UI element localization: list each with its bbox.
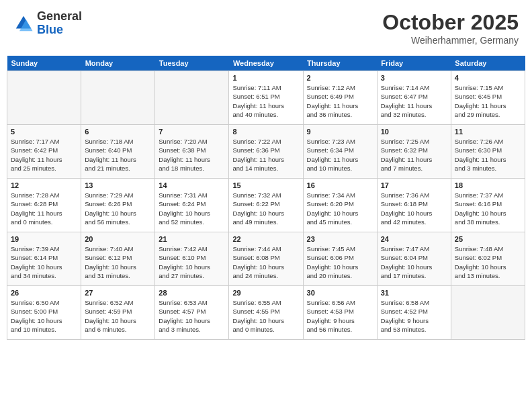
calendar-day-15: 15Sunrise: 7:32 AM Sunset: 6:22 PM Dayli… — [229, 179, 303, 232]
day-number: 2 — [307, 74, 373, 82]
day-number: 14 — [159, 181, 225, 189]
day-number: 18 — [455, 181, 521, 189]
weekday-header-monday: Monday — [81, 56, 155, 71]
day-number: 23 — [307, 235, 373, 243]
weekday-header-friday: Friday — [377, 56, 451, 71]
calendar-day-11: 11Sunrise: 7:26 AM Sunset: 6:30 PM Dayli… — [451, 125, 525, 179]
calendar-day-1: 1Sunrise: 7:11 AM Sunset: 6:51 PM Daylig… — [229, 71, 303, 125]
day-info: Sunrise: 7:39 AM Sunset: 6:14 PM Dayligh… — [11, 244, 77, 280]
calendar-day-9: 9Sunrise: 7:23 AM Sunset: 6:34 PM Daylig… — [303, 125, 377, 179]
month-title: October 2025 — [382, 10, 519, 35]
day-number: 1 — [232, 74, 299, 82]
day-info: Sunrise: 7:26 AM Sunset: 6:30 PM Dayligh… — [455, 137, 521, 173]
weekday-header-tuesday: Tuesday — [155, 56, 229, 71]
calendar-day-6: 6Sunrise: 7:18 AM Sunset: 6:40 PM Daylig… — [81, 125, 155, 179]
calendar-day-2: 2Sunrise: 7:12 AM Sunset: 6:49 PM Daylig… — [303, 71, 377, 125]
day-number: 25 — [455, 235, 521, 243]
calendar-week-5: 26Sunrise: 6:50 AM Sunset: 5:00 PM Dayli… — [7, 286, 525, 340]
calendar-day-18: 18Sunrise: 7:37 AM Sunset: 6:16 PM Dayli… — [451, 179, 525, 232]
day-number: 31 — [381, 289, 447, 297]
day-info: Sunrise: 7:32 AM Sunset: 6:22 PM Dayligh… — [232, 191, 299, 226]
day-info: Sunrise: 7:36 AM Sunset: 6:18 PM Dayligh… — [381, 191, 447, 226]
day-info: Sunrise: 7:20 AM Sunset: 6:38 PM Dayligh… — [159, 137, 225, 173]
day-number: 6 — [85, 128, 151, 136]
day-info: Sunrise: 7:29 AM Sunset: 6:26 PM Dayligh… — [85, 191, 151, 226]
day-number: 20 — [85, 235, 151, 243]
calendar-day-21: 21Sunrise: 7:42 AM Sunset: 6:10 PM Dayli… — [155, 232, 229, 286]
weekday-header-row: SundayMondayTuesdayWednesdayThursdayFrid… — [7, 56, 525, 71]
day-info: Sunrise: 7:23 AM Sunset: 6:34 PM Dayligh… — [307, 137, 373, 173]
calendar-day-7: 7Sunrise: 7:20 AM Sunset: 6:38 PM Daylig… — [155, 125, 229, 179]
weekday-header-sunday: Sunday — [7, 56, 81, 71]
day-number: 15 — [232, 181, 299, 189]
day-info: Sunrise: 6:50 AM Sunset: 5:00 PM Dayligh… — [11, 298, 77, 334]
empty-cell — [155, 71, 229, 125]
day-info: Sunrise: 7:37 AM Sunset: 6:16 PM Dayligh… — [455, 191, 521, 226]
day-info: Sunrise: 7:18 AM Sunset: 6:40 PM Dayligh… — [85, 137, 151, 173]
page-header: General Blue October 2025 Weiherhammer, … — [7, 7, 525, 49]
day-info: Sunrise: 7:31 AM Sunset: 6:24 PM Dayligh… — [159, 191, 225, 226]
calendar-day-14: 14Sunrise: 7:31 AM Sunset: 6:24 PM Dayli… — [155, 179, 229, 232]
day-number: 16 — [307, 181, 373, 189]
day-info: Sunrise: 7:45 AM Sunset: 6:06 PM Dayligh… — [307, 244, 373, 280]
calendar-day-13: 13Sunrise: 7:29 AM Sunset: 6:26 PM Dayli… — [81, 179, 155, 232]
day-info: Sunrise: 7:48 AM Sunset: 6:02 PM Dayligh… — [455, 244, 521, 280]
day-info: Sunrise: 7:17 AM Sunset: 6:42 PM Dayligh… — [11, 137, 77, 173]
day-number: 29 — [232, 289, 299, 297]
calendar-day-8: 8Sunrise: 7:22 AM Sunset: 6:36 PM Daylig… — [229, 125, 303, 179]
location: Weiherhammer, Germany — [382, 35, 519, 46]
calendar-day-20: 20Sunrise: 7:40 AM Sunset: 6:12 PM Dayli… — [81, 232, 155, 286]
logo-text: General Blue — [37, 10, 82, 37]
weekday-header-thursday: Thursday — [303, 56, 377, 71]
title-block: October 2025 Weiherhammer, Germany — [382, 10, 519, 46]
day-number: 12 — [11, 181, 77, 189]
day-number: 5 — [11, 128, 77, 136]
empty-cell — [7, 71, 81, 125]
weekday-header-wednesday: Wednesday — [229, 56, 303, 71]
empty-cell — [451, 286, 525, 340]
calendar-day-4: 4Sunrise: 7:15 AM Sunset: 6:45 PM Daylig… — [451, 71, 525, 125]
calendar-day-10: 10Sunrise: 7:25 AM Sunset: 6:32 PM Dayli… — [377, 125, 451, 179]
day-number: 4 — [455, 74, 521, 82]
day-info: Sunrise: 6:58 AM Sunset: 4:52 PM Dayligh… — [381, 298, 447, 334]
calendar-day-27: 27Sunrise: 6:52 AM Sunset: 4:59 PM Dayli… — [81, 286, 155, 340]
day-info: Sunrise: 7:28 AM Sunset: 6:28 PM Dayligh… — [11, 191, 77, 226]
day-number: 22 — [232, 235, 299, 243]
weekday-header-saturday: Saturday — [451, 56, 525, 71]
calendar-day-31: 31Sunrise: 6:58 AM Sunset: 4:52 PM Dayli… — [377, 286, 451, 340]
calendar-day-19: 19Sunrise: 7:39 AM Sunset: 6:14 PM Dayli… — [7, 232, 81, 286]
calendar-day-23: 23Sunrise: 7:45 AM Sunset: 6:06 PM Dayli… — [303, 232, 377, 286]
calendar-table: SundayMondayTuesdayWednesdayThursdayFrid… — [7, 56, 525, 340]
logo-icon — [13, 13, 34, 34]
day-number: 26 — [11, 289, 77, 297]
calendar-day-30: 30Sunrise: 6:56 AM Sunset: 4:53 PM Dayli… — [303, 286, 377, 340]
day-number: 24 — [381, 235, 447, 243]
day-number: 21 — [159, 235, 225, 243]
calendar-day-3: 3Sunrise: 7:14 AM Sunset: 6:47 PM Daylig… — [377, 71, 451, 125]
calendar-week-4: 19Sunrise: 7:39 AM Sunset: 6:14 PM Dayli… — [7, 232, 525, 286]
day-info: Sunrise: 6:52 AM Sunset: 4:59 PM Dayligh… — [85, 298, 151, 334]
day-info: Sunrise: 7:47 AM Sunset: 6:04 PM Dayligh… — [381, 244, 447, 280]
day-number: 27 — [85, 289, 151, 297]
calendar-day-26: 26Sunrise: 6:50 AM Sunset: 5:00 PM Dayli… — [7, 286, 81, 340]
day-info: Sunrise: 7:15 AM Sunset: 6:45 PM Dayligh… — [455, 83, 521, 119]
day-number: 17 — [381, 181, 447, 189]
day-number: 19 — [11, 235, 77, 243]
calendar-day-17: 17Sunrise: 7:36 AM Sunset: 6:18 PM Dayli… — [377, 179, 451, 232]
logo-general-text: General — [37, 10, 82, 24]
day-number: 3 — [381, 74, 447, 82]
day-info: Sunrise: 6:55 AM Sunset: 4:55 PM Dayligh… — [232, 298, 299, 334]
calendar-week-3: 12Sunrise: 7:28 AM Sunset: 6:28 PM Dayli… — [7, 179, 525, 232]
day-number: 8 — [232, 128, 299, 136]
day-info: Sunrise: 7:12 AM Sunset: 6:49 PM Dayligh… — [307, 83, 373, 119]
day-info: Sunrise: 7:40 AM Sunset: 6:12 PM Dayligh… — [85, 244, 151, 280]
day-info: Sunrise: 6:56 AM Sunset: 4:53 PM Dayligh… — [307, 298, 373, 334]
day-info: Sunrise: 7:42 AM Sunset: 6:10 PM Dayligh… — [159, 244, 225, 280]
calendar-day-29: 29Sunrise: 6:55 AM Sunset: 4:55 PM Dayli… — [229, 286, 303, 340]
logo: General Blue — [13, 10, 82, 37]
day-number: 13 — [85, 181, 151, 189]
logo-blue-text: Blue — [37, 24, 82, 37]
day-number: 7 — [159, 128, 225, 136]
day-number: 9 — [307, 128, 373, 136]
day-info: Sunrise: 7:22 AM Sunset: 6:36 PM Dayligh… — [232, 137, 299, 173]
